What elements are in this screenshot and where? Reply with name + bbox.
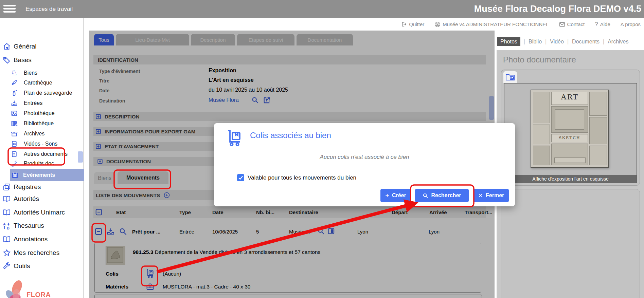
x-icon: ✕ [478,192,483,199]
svg-text:B: B [7,226,10,230]
check-icon [237,174,244,181]
colis-dialog: Colis associés au bien Aucun colis n'est… [214,123,515,206]
inbox-arrow-down-icon [11,100,18,107]
wrench-icon [3,262,11,270]
sidebar-item-bibliotheque[interactable]: Bibliothèque [11,120,54,127]
home-icon [3,42,11,51]
open-box-icon [11,130,18,137]
logout-icon [401,21,407,27]
sidebar-item-carotheque[interactable]: Carothèque [11,79,52,86]
flora-flower-icon [3,279,27,298]
svg-text:A: A [3,222,6,226]
sidebar-item-produits-doc[interactable]: Produits doc. [11,160,55,167]
sidebar-item-annotations[interactable]: Annotations [3,235,48,243]
open-book-icon [3,235,11,243]
open-book-icon [3,208,11,217]
media-tabs-bar: Photos | Biblio | Vidéo | Documents | Ar… [497,31,644,50]
fermer-button[interactable]: ✕ Fermer [473,189,509,202]
fire-extinguisher-icon [11,90,18,96]
user-icon [434,21,441,27]
sidebar-item-phototheque[interactable]: Photothèque [11,110,55,117]
stacked-books-icon [3,183,11,191]
picture-icon [11,110,18,117]
star-icon [3,249,11,257]
search-icon [423,193,428,199]
colis-trolley-icon [226,129,243,148]
valable-checkbox-label: Valable pour tous les mouvements du bien [248,174,356,181]
photo-viewer: ART SKETCH Affiche d'exposition l'art en… [504,83,637,183]
rechercher-button[interactable]: Rechercher [415,189,469,202]
dialog-title: Colis associés au bien [250,131,331,140]
sidebar-item-outils[interactable]: Outils [3,262,30,270]
current-user[interactable]: Musée v4 ADMINISTRATEUR FONCTIONNEL [434,21,549,27]
about-button[interactable]: A propos [621,21,641,27]
sidebar-item-entrees[interactable]: Entrées [11,100,42,107]
contact-button[interactable]: Contact [559,21,585,27]
open-book-icon [3,195,11,203]
sort-alpha-icon: AB [3,222,11,230]
sidebar-item-archives[interactable]: Archives [11,130,44,137]
app-header: Espaces de travail Musée Flora Decalog F… [0,0,644,18]
media-tab-video[interactable]: Vidéo [550,39,564,45]
sidebar-scrollbar-thumb[interactable] [78,151,83,163]
sidebar-item-registres[interactable]: Registres [3,183,41,191]
brand-flora: FLORA [26,291,51,298]
document-icon [11,151,18,157]
media-tab-archives[interactable]: Archives [608,39,628,45]
sidebar-item-thesaurus[interactable]: AB Thesaurus [3,222,44,230]
envelope-icon [559,22,565,27]
app-title: Musée Flora Decalog Flora DEMO v4.5 [474,4,641,14]
sidebar-item-plan-sauvegarde[interactable]: Plan de sauvegarde [11,90,72,96]
sidebar-item-autorites-unimarc[interactable]: Autorités Unimarc [3,208,65,217]
feather-icon [11,79,18,86]
media-panel: Photo documentaire ART SKETCH [497,50,644,298]
media-panel-heading: Photo documentaire [503,55,576,64]
sidebar-item-autres-documents[interactable]: Autres documents [11,151,68,157]
help-button[interactable]: ? Aide [595,21,610,28]
quit-button[interactable]: Quitter [401,21,424,27]
sidebar-item-biens[interactable]: ♘ Biens [11,69,37,77]
tag-icon [3,56,11,64]
poster-title: ART [561,92,579,101]
folder-chip[interactable] [503,71,517,83]
creer-button[interactable]: + Créer [380,189,411,202]
next-media-box [501,189,640,298]
question-icon: ? [595,21,598,28]
photo-caption: Affiche d'exposition l'art en esquisse [504,175,637,183]
calendar-icon [12,172,18,179]
sidebar-item-evenements[interactable]: Evènements [10,169,84,181]
chess-knight-icon: ♘ [11,69,18,77]
photo-box: ART SKETCH Affiche d'exposition l'art en… [501,70,640,186]
sidebar-item-autorites[interactable]: Autorités [3,195,39,203]
brush-icon [11,160,18,167]
media-tab-documents[interactable]: Documents [572,39,600,45]
poster-subtitle: SKETCH [559,135,580,140]
account-bar: Quitter Musée v4 ADMINISTRATEUR FONCTION… [0,18,644,31]
sidebar-item-mes-recherches[interactable]: Mes recherches [3,249,59,257]
sidebar: Général Bases ♘ Biens Carothèque Plan de… [0,18,84,298]
valable-checkbox[interactable] [237,174,244,181]
plus-icon: + [385,192,389,200]
flora-software-logo: FLORA SOFTWARE Bibliothèques | Archives … [3,279,81,298]
sidebar-item-bases[interactable]: Bases [3,56,32,64]
media-tab-biblio[interactable]: Biblio [529,39,542,45]
folder-image-icon [505,73,515,81]
sidebar-item-general[interactable]: Général [3,42,37,51]
video-file-icon [11,141,18,147]
sidebar-item-videos-sons[interactable]: Vidéos - Sons [11,141,57,147]
exhibition-poster-image[interactable]: ART SKETCH [531,90,609,168]
workspace-label[interactable]: Espaces de travail [25,6,73,13]
media-tab-photos[interactable]: Photos [497,37,520,46]
dialog-message: Aucun colis n'est associé à ce bien [214,154,515,161]
books-icon [11,120,18,127]
